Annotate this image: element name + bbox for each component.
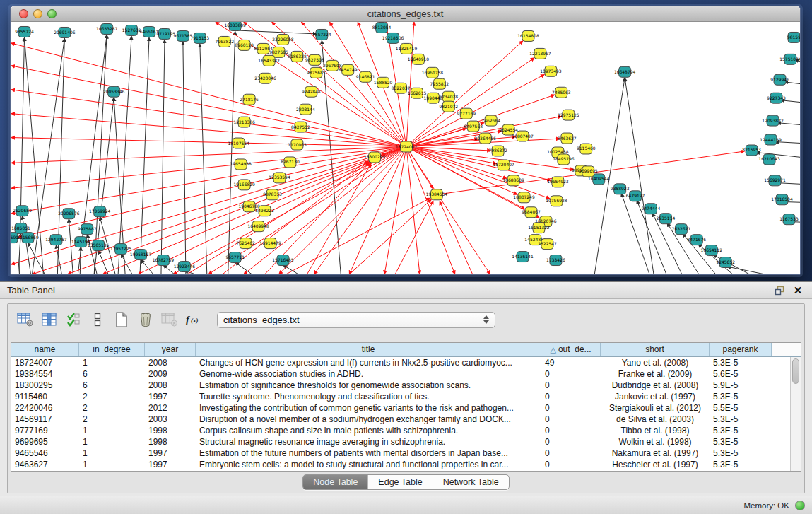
graph-node[interactable]: 8186328 — [288, 51, 307, 62]
graph-node[interactable]: 11325419 — [396, 43, 418, 54]
table-scrollbar[interactable] — [790, 357, 801, 471]
graph-node[interactable]: 7625402 — [236, 238, 255, 249]
graph-node[interactable]: 15716485 — [272, 255, 294, 266]
graph-node[interactable]: 23420046 — [254, 73, 276, 83]
graph-node[interactable]: 8960128 — [235, 40, 254, 50]
table-row[interactable]: 1872400712008Changes of HCN gene express… — [11, 357, 790, 368]
graph-node[interactable]: 6497568 — [464, 121, 483, 132]
show-columns-button[interactable] — [39, 310, 60, 329]
citation-network-graph[interactable]: 9355724206914061065328715276026466161107… — [11, 22, 800, 274]
table-selector-dropdown[interactable]: citations_edges.txt — [217, 312, 495, 328]
column-header-in_degree[interactable]: in_degree — [79, 343, 145, 356]
column-header-year[interactable]: year — [145, 343, 196, 356]
delete-table-button[interactable] — [135, 310, 156, 329]
graph-node[interactable]: 16640910 — [408, 54, 430, 64]
graph-node[interactable]: 9827508 — [305, 54, 324, 65]
table-row[interactable]: 2242004622012Investigating the contribut… — [11, 402, 790, 414]
table-row[interactable]: 946554611997Estimation of the future num… — [11, 448, 790, 459]
graph-node[interactable]: 12444159 — [760, 134, 782, 145]
graph-node[interactable]: 10688609 — [502, 175, 524, 186]
graph-node[interactable]: 12353594 — [269, 173, 290, 183]
column-header-title[interactable]: title — [196, 343, 541, 356]
graph-node[interactable]: 19654923 — [547, 177, 569, 187]
tab-node-table[interactable]: Node Table — [303, 475, 368, 489]
graph-node[interactable]: 16961758 — [422, 67, 444, 78]
graph-node[interactable]: 9245652 — [716, 257, 735, 268]
zoom-window-button[interactable] — [47, 9, 57, 18]
minimize-window-button[interactable] — [33, 9, 42, 18]
graph-node[interactable]: 8215953 — [742, 145, 761, 156]
graph-node[interactable]: 2718176 — [240, 94, 259, 105]
graph-node[interactable]: 16782759 — [153, 255, 175, 266]
graph-node[interactable]: 12975125 — [558, 110, 579, 120]
column-header-short[interactable]: short — [601, 343, 710, 356]
graph-node[interactable]: 8813054 — [372, 22, 392, 33]
function-builder-button[interactable]: f (x) — [183, 310, 204, 329]
table-row[interactable]: 969969511998Structural magnetic resonanc… — [11, 436, 790, 448]
graph-node[interactable]: 23226058 — [272, 34, 294, 45]
table-row[interactable]: 1938455462009Genome-wide association stu… — [11, 368, 790, 380]
graph-node[interactable]: 2803144 — [296, 104, 315, 115]
table-options-button[interactable] — [15, 310, 36, 329]
window-titlebar[interactable]: citations_edges.txt — [11, 6, 800, 22]
graph-node[interactable]: 16154808 — [517, 30, 539, 41]
graph-node[interactable]: 6734028 — [440, 91, 459, 102]
graph-node[interactable]: 10653287 — [96, 23, 118, 34]
graph-node[interactable]: 1588520 — [374, 77, 393, 88]
graph-node[interactable]: 7963822 — [215, 36, 234, 47]
float-panel-button[interactable] — [772, 284, 787, 297]
graph-node[interactable]: 12923446 — [174, 262, 196, 272]
graph-node[interactable]: 6479197 — [626, 191, 645, 201]
graph-node[interactable]: 1527602 — [122, 25, 141, 35]
tab-network-table[interactable]: Network Table — [433, 475, 509, 489]
graph-node[interactable]: 9129946 — [770, 74, 789, 85]
graph-node[interactable]: 1733426 — [546, 255, 565, 266]
graph-node[interactable]: 9115460 — [577, 144, 596, 154]
create-table-button[interactable] — [111, 310, 132, 329]
graph-node[interactable]: 10654112 — [701, 245, 723, 256]
select-rows-button[interactable] — [63, 310, 84, 329]
graph-node[interactable]: 7955812 — [430, 78, 449, 89]
import-table-button-disabled[interactable] — [159, 310, 180, 329]
table-row[interactable]: 977716911998Corpus callosum shape and si… — [11, 425, 790, 436]
graph-node[interactable]: 8471676 — [688, 235, 707, 245]
graph-node[interactable]: 19166829 — [233, 180, 255, 190]
graph-node[interactable]: 12213386 — [233, 117, 255, 127]
graph-node[interactable]: 8878313 — [263, 189, 282, 200]
graph-node[interactable]: 7485063 — [552, 87, 571, 98]
graph-node[interactable]: 16409948 — [247, 221, 269, 232]
table-row[interactable]: 946362711997Embryonic stem cells: a mode… — [11, 459, 790, 470]
table-row[interactable]: 1830029562008Estimation of significance … — [11, 380, 790, 391]
graph-node[interactable]: 10756928 — [546, 196, 567, 206]
graph-node[interactable]: 14136141 — [512, 252, 534, 262]
close-window-button[interactable] — [19, 9, 28, 18]
graph-node[interactable]: 17016504 — [771, 194, 793, 205]
graph-node[interactable]: 9975887 — [78, 224, 97, 235]
graph-node[interactable]: 18107554 — [228, 138, 249, 148]
graph-node[interactable]: 9146821 — [356, 71, 375, 82]
graph-node[interactable]: 1170065 — [288, 139, 307, 150]
graph-node[interactable]: 9227343 — [767, 93, 786, 103]
graph-node[interactable]: 19654938 — [230, 159, 252, 170]
graph-node[interactable]: 20691406 — [54, 27, 76, 37]
graph-node[interactable]: 20206576 — [58, 209, 80, 219]
graph-node[interactable]: 9671385 — [174, 30, 193, 41]
graph-node[interactable]: 9821072 — [440, 101, 459, 112]
close-panel-button[interactable]: ✕ — [791, 284, 805, 297]
graph-node[interactable]: 17957225 — [110, 244, 132, 255]
graph-node[interactable]: 15692971 — [764, 175, 786, 186]
column-header-pagerank[interactable]: pagerank — [710, 343, 772, 356]
graph-node[interactable]: 15751074 — [779, 54, 800, 64]
graph-node[interactable]: 9463627 — [558, 133, 577, 144]
graph-node[interactable]: 9355724 — [15, 26, 34, 37]
graph-node[interactable]: 98159 — [787, 32, 800, 42]
tab-edge-table[interactable]: Edge Table — [368, 475, 433, 489]
graph-node[interactable]: 2620650 — [13, 206, 32, 216]
graph-node[interactable]: 16210643 — [758, 154, 780, 165]
row-height-button[interactable] — [87, 310, 108, 329]
graph-node[interactable]: 19218506 — [382, 33, 404, 43]
graph-node[interactable]: 17359924 — [89, 206, 111, 217]
graph-node[interactable]: 2935114 — [657, 214, 676, 224]
graph-node[interactable]: 12213967 — [529, 48, 551, 59]
graph-node[interactable]: 1167533 — [779, 214, 799, 225]
